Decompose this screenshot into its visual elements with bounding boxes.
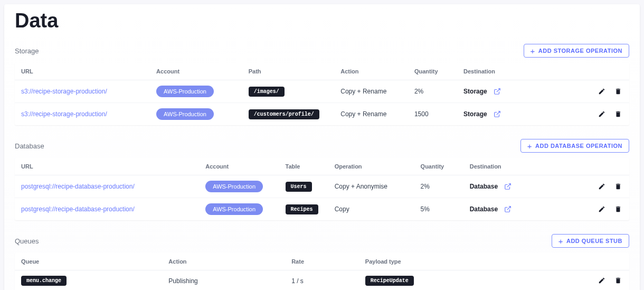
storage-quantity: 1500 xyxy=(408,103,457,126)
table-chip: Recipes xyxy=(286,204,318,214)
col-url: URL xyxy=(15,158,199,175)
destination-label: Database xyxy=(470,183,498,190)
delete-icon[interactable] xyxy=(613,182,623,191)
delete-icon[interactable] xyxy=(613,109,623,119)
svg-line-3 xyxy=(507,207,510,210)
col-destination: Destination xyxy=(463,158,568,175)
col-quantity: Quantity xyxy=(408,63,457,80)
add-queue-label: ADD QUEUE STUB xyxy=(566,238,622,244)
open-link-icon[interactable] xyxy=(493,109,502,119)
open-link-icon[interactable] xyxy=(503,204,513,214)
col-rate: Rate xyxy=(285,253,359,270)
storage-action: Copy + Rename xyxy=(334,80,408,103)
queue-chip: menu.change xyxy=(21,276,67,286)
col-destination: Destination xyxy=(457,63,568,80)
table-row: postgresql://recipe-database-production/… xyxy=(15,175,629,198)
queues-title: Queues xyxy=(15,237,39,245)
plus-icon: + xyxy=(527,143,532,149)
col-queue: Queue xyxy=(15,253,162,270)
storage-header: Storage + ADD STORAGE OPERATION xyxy=(15,44,629,58)
add-database-operation-button[interactable]: + ADD DATABASE OPERATION xyxy=(520,139,629,153)
table-row: s3://recipe-storage-production/ AWS-Prod… xyxy=(15,80,629,103)
database-url[interactable]: postgresql://recipe-database-production/ xyxy=(21,205,135,213)
database-section: Database + ADD DATABASE OPERATION URL Ac… xyxy=(15,139,629,220)
add-queue-stub-button[interactable]: + ADD QUEUE STUB xyxy=(552,234,629,248)
storage-title: Storage xyxy=(15,47,39,55)
page-title: Data xyxy=(15,10,629,32)
queues-section: Queues + ADD QUEUE STUB Queue Action Rat… xyxy=(15,234,629,290)
add-database-label: ADD DATABASE OPERATION xyxy=(535,143,622,149)
delete-icon[interactable] xyxy=(613,87,623,96)
table-row: menu.change Publishing 1 / s RecipeUpdat… xyxy=(15,270,629,291)
col-action: Action xyxy=(162,253,285,270)
col-url: URL xyxy=(15,63,150,80)
col-payload: Payload type xyxy=(359,253,568,270)
delete-icon[interactable] xyxy=(613,276,623,285)
col-operation: Operation xyxy=(328,158,414,175)
col-path: Path xyxy=(242,63,335,80)
col-quantity: Quantity xyxy=(414,158,463,175)
database-url[interactable]: postgresql://recipe-database-production/ xyxy=(21,183,135,190)
col-action: Action xyxy=(334,63,408,80)
path-chip: /images/ xyxy=(249,87,285,97)
storage-section: Storage + ADD STORAGE OPERATION URL Acco… xyxy=(15,44,629,125)
destination-label: Storage xyxy=(463,110,487,118)
db-operation: Copy + Anonymise xyxy=(328,175,414,198)
add-storage-label: ADD STORAGE OPERATION xyxy=(538,48,622,54)
destination-label: Database xyxy=(470,205,498,213)
queues-header: Queues + ADD QUEUE STUB xyxy=(15,234,629,248)
data-page: Data Storage + ADD STORAGE OPERATION URL… xyxy=(4,4,640,290)
storage-action: Copy + Rename xyxy=(334,103,408,126)
plus-icon: + xyxy=(531,48,535,54)
storage-table: URL Account Path Action Quantity Destina… xyxy=(15,63,629,125)
edit-icon[interactable] xyxy=(597,109,607,119)
edit-icon[interactable] xyxy=(597,276,607,285)
destination-label: Storage xyxy=(463,88,487,95)
account-chip[interactable]: AWS-Production xyxy=(205,181,263,192)
path-chip: /customers/profile/ xyxy=(249,109,319,119)
edit-icon[interactable] xyxy=(597,87,607,96)
database-title: Database xyxy=(15,142,44,150)
plus-icon: + xyxy=(558,238,563,244)
svg-line-0 xyxy=(497,89,500,92)
db-operation: Copy xyxy=(328,198,414,221)
svg-line-1 xyxy=(497,111,500,115)
storage-url[interactable]: s3://recipe-storage-production/ xyxy=(21,88,107,95)
account-chip[interactable]: AWS-Production xyxy=(156,86,214,97)
col-account: Account xyxy=(150,63,242,80)
payload-chip: RecipeUpdate xyxy=(365,276,414,286)
edit-icon[interactable] xyxy=(597,204,607,214)
queues-table: Queue Action Rate Payload type menu.chan… xyxy=(15,253,629,290)
storage-quantity: 2% xyxy=(408,80,457,103)
table-row: s3://recipe-storage-production/ AWS-Prod… xyxy=(15,103,629,126)
open-link-icon[interactable] xyxy=(493,87,502,96)
account-chip[interactable]: AWS-Production xyxy=(205,203,263,215)
svg-line-2 xyxy=(507,184,510,187)
edit-icon[interactable] xyxy=(597,182,607,191)
storage-url[interactable]: s3://recipe-storage-production/ xyxy=(21,110,107,118)
add-storage-operation-button[interactable]: + ADD STORAGE OPERATION xyxy=(524,44,629,58)
col-account: Account xyxy=(199,158,279,175)
database-header: Database + ADD DATABASE OPERATION xyxy=(15,139,629,153)
col-table: Table xyxy=(279,158,328,175)
delete-icon[interactable] xyxy=(613,204,623,214)
queue-rate: 1 / s xyxy=(285,270,359,291)
open-link-icon[interactable] xyxy=(503,182,513,191)
table-chip: Users xyxy=(286,182,312,192)
db-quantity: 5% xyxy=(414,198,463,221)
database-table: URL Account Table Operation Quantity Des… xyxy=(15,158,629,220)
account-chip[interactable]: AWS-Production xyxy=(156,108,214,120)
db-quantity: 2% xyxy=(414,175,463,198)
table-row: postgresql://recipe-database-production/… xyxy=(15,198,629,221)
queue-action: Publishing xyxy=(162,270,285,291)
